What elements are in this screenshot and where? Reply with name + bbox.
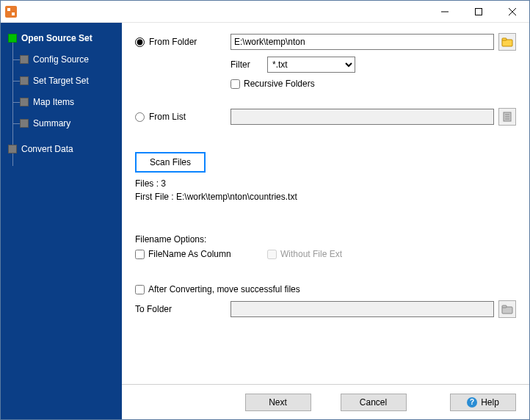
sidebar-item-set-target-set[interactable]: Set Target Set bbox=[4, 71, 119, 90]
help-icon: ? bbox=[467, 397, 477, 408]
without-file-ext-checkbox: Without File Ext bbox=[267, 249, 342, 259]
filter-select[interactable]: *.txt bbox=[267, 57, 355, 73]
close-button[interactable] bbox=[495, 1, 529, 23]
app-window: Open Source Set Config Source Set Target… bbox=[0, 0, 530, 420]
from-folder-radio[interactable] bbox=[135, 37, 145, 47]
main-panel: From Folder Filter *.txt bbox=[122, 23, 529, 419]
step-node-icon bbox=[20, 55, 29, 64]
svg-rect-11 bbox=[502, 305, 507, 308]
browse-list-button[interactable] bbox=[498, 108, 516, 126]
folder-path-input[interactable] bbox=[230, 34, 494, 50]
step-node-icon bbox=[8, 145, 17, 153]
svg-rect-1 bbox=[476, 8, 482, 15]
scan-files-button[interactable]: Scan Files bbox=[135, 152, 206, 173]
files-count-text: Files : 3 bbox=[135, 178, 516, 189]
sidebar-item-label: Summary bbox=[33, 118, 70, 128]
filename-as-column-checkbox[interactable]: FileName As Column bbox=[135, 249, 267, 259]
to-folder-input bbox=[230, 301, 494, 317]
wizard-footer: Next Cancel ? Help bbox=[122, 384, 529, 419]
folder-open-icon bbox=[501, 37, 513, 47]
file-list-icon bbox=[502, 112, 512, 122]
minimize-button[interactable] bbox=[428, 1, 462, 23]
from-list-radio[interactable] bbox=[135, 112, 145, 122]
after-converting-move-label: After Converting, move successful files bbox=[148, 284, 300, 294]
without-file-ext-label: Without File Ext bbox=[280, 249, 342, 259]
folder-icon bbox=[501, 304, 513, 314]
maximize-button[interactable] bbox=[462, 1, 495, 23]
sidebar-item-label: Config Source bbox=[33, 54, 89, 65]
recursive-folders-label: Recursive Folders bbox=[244, 79, 315, 89]
help-button-label: Help bbox=[481, 397, 499, 408]
app-icon bbox=[5, 6, 17, 18]
browse-dest-folder-button[interactable] bbox=[498, 300, 516, 318]
sidebar-item-label: Open Source Set bbox=[21, 33, 92, 43]
step-node-icon bbox=[20, 76, 29, 85]
from-list-input bbox=[230, 109, 494, 125]
step-node-icon bbox=[20, 98, 29, 106]
sidebar-item-label: Set Target Set bbox=[33, 76, 89, 86]
cancel-button[interactable]: Cancel bbox=[341, 394, 407, 411]
step-node-icon bbox=[20, 119, 29, 128]
filter-label: Filter bbox=[230, 59, 250, 70]
browse-folder-button[interactable] bbox=[498, 33, 516, 51]
sidebar-item-open-source-set[interactable]: Open Source Set bbox=[4, 29, 119, 48]
filename-as-column-label: FileName As Column bbox=[148, 249, 231, 259]
sidebar-item-label: Map Items bbox=[33, 97, 74, 107]
recursive-folders-checkbox[interactable]: Recursive Folders bbox=[230, 79, 315, 89]
sidebar-item-convert-data[interactable]: Convert Data bbox=[4, 140, 119, 159]
from-folder-label: From Folder bbox=[149, 37, 197, 47]
to-folder-label: To Folder bbox=[135, 304, 172, 314]
sidebar-item-label: Convert Data bbox=[21, 144, 73, 154]
filename-options-heading: Filename Options: bbox=[135, 234, 516, 245]
next-button[interactable]: Next bbox=[245, 394, 311, 411]
step-node-icon bbox=[8, 34, 17, 43]
wizard-sidebar: Open Source Set Config Source Set Target… bbox=[1, 23, 122, 419]
titlebar bbox=[1, 1, 529, 23]
help-button[interactable]: ? Help bbox=[450, 394, 516, 411]
sidebar-item-map-items[interactable]: Map Items bbox=[4, 93, 119, 112]
after-converting-move-checkbox[interactable]: After Converting, move successful files bbox=[135, 284, 300, 294]
first-file-text: First File : E:\work\temp\nton\countries… bbox=[135, 192, 516, 202]
from-list-label: From List bbox=[149, 112, 186, 122]
svg-rect-5 bbox=[502, 38, 507, 40]
sidebar-item-summary[interactable]: Summary bbox=[4, 114, 119, 133]
sidebar-item-config-source[interactable]: Config Source bbox=[4, 50, 119, 69]
